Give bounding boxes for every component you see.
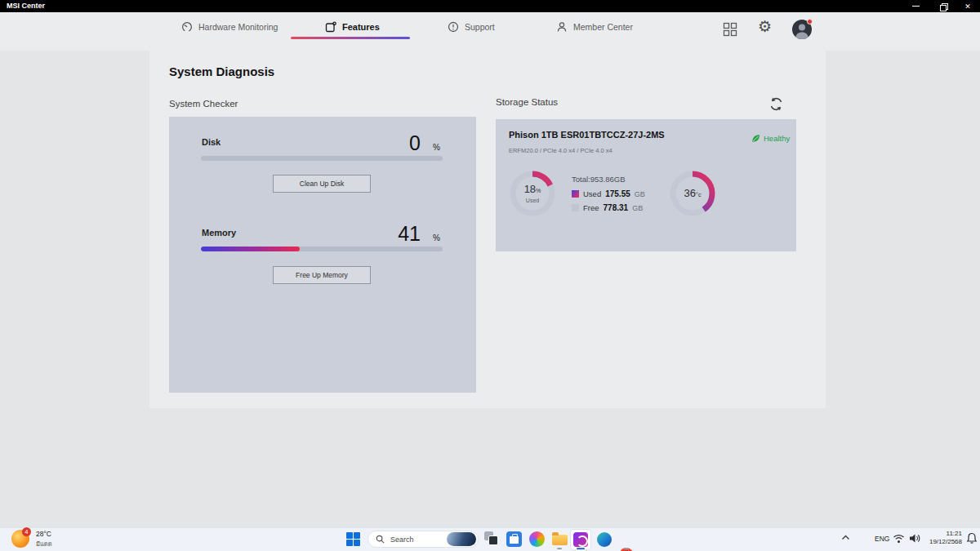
health-status-text: Healthy bbox=[764, 134, 790, 143]
legend-used-row: Used 175.55 GB bbox=[572, 189, 645, 198]
tray-clock[interactable]: 11:21 19/12/2568 bbox=[923, 530, 962, 546]
used-label: Used bbox=[583, 189, 601, 198]
disk-usage-bar bbox=[201, 156, 443, 161]
used-legend-swatch bbox=[572, 190, 579, 198]
start-button[interactable] bbox=[346, 532, 360, 546]
memory-value: 41 bbox=[343, 222, 421, 246]
usage-caption: Used bbox=[526, 198, 539, 203]
total-capacity: Total:953.86GB bbox=[572, 175, 626, 184]
explorer-running-indicator bbox=[557, 548, 562, 549]
active-tab-underline bbox=[291, 37, 410, 39]
apps-grid-icon[interactable] bbox=[723, 22, 737, 37]
language-indicator[interactable]: ENG bbox=[875, 535, 889, 543]
edge-button[interactable] bbox=[597, 532, 612, 547]
disk-label: Disk bbox=[202, 137, 220, 147]
task-view-button[interactable] bbox=[484, 531, 500, 547]
title-bar bbox=[0, 0, 980, 12]
person-icon bbox=[556, 21, 568, 33]
tray-time: 11:21 bbox=[923, 530, 962, 538]
windows-logo-icon bbox=[346, 532, 353, 539]
chrome-running-indicator bbox=[624, 548, 629, 549]
copilot-button[interactable] bbox=[529, 531, 545, 547]
temperature-value: 36 bbox=[684, 187, 696, 199]
usage-percent-value: 18 bbox=[524, 183, 536, 195]
notification-bell-icon[interactable] bbox=[966, 532, 978, 544]
restore-icon bbox=[940, 3, 947, 10]
tray-expand-chevron[interactable] bbox=[841, 535, 850, 540]
msi-center-screen: MSI Center ✕ Hardware Monitoring Feature… bbox=[0, 0, 980, 551]
page-title: System Diagnosis bbox=[169, 64, 274, 78]
drive-name: Phison 1TB ESR01TBTCCZ-27J-2MS bbox=[509, 130, 665, 140]
free-up-memory-button[interactable]: Free Up Memory bbox=[273, 266, 371, 284]
disk-value: 0 bbox=[343, 131, 421, 155]
taskbar-search-box[interactable]: Search bbox=[368, 531, 479, 548]
disk-unit: % bbox=[433, 143, 440, 152]
usage-percent-unit: % bbox=[536, 188, 541, 193]
refresh-icon[interactable] bbox=[768, 96, 784, 112]
health-status-badge: Healthy bbox=[751, 134, 790, 143]
gauge-icon bbox=[181, 21, 193, 33]
support-icon bbox=[448, 21, 459, 33]
system-checker-label: System Checker bbox=[169, 99, 238, 109]
tab-features[interactable]: Features bbox=[325, 20, 380, 33]
leaf-icon bbox=[751, 134, 760, 143]
file-explorer-button[interactable] bbox=[552, 535, 568, 545]
used-value: 175.55 bbox=[605, 189, 630, 198]
tab-hardware-monitoring[interactable]: Hardware Monitoring bbox=[181, 20, 278, 33]
tab-label: Hardware Monitoring bbox=[198, 22, 278, 32]
memory-unit: % bbox=[433, 233, 440, 242]
weather-temperature[interactable]: 28°C bbox=[36, 530, 51, 538]
tab-member-center[interactable]: Member Center bbox=[556, 20, 633, 33]
temperature-unit: °c bbox=[696, 192, 701, 198]
notification-dot bbox=[807, 19, 813, 24]
storage-status-label: Storage Status bbox=[496, 97, 558, 107]
memory-label: Memory bbox=[202, 228, 236, 238]
speaker-icon[interactable] bbox=[909, 533, 920, 544]
minimize-icon bbox=[912, 6, 920, 7]
search-highlight-thumbnail[interactable] bbox=[447, 532, 476, 546]
search-icon bbox=[376, 535, 385, 544]
microsoft-store-button[interactable] bbox=[506, 531, 522, 547]
msi-center-icon bbox=[573, 532, 588, 547]
memory-usage-bar bbox=[201, 247, 443, 251]
tab-label: Member Center bbox=[573, 22, 633, 32]
restore-button[interactable] bbox=[933, 0, 954, 12]
free-label: Free bbox=[583, 203, 599, 212]
window-title: MSI Center bbox=[7, 0, 45, 12]
close-icon: ✕ bbox=[964, 2, 971, 11]
minimize-button[interactable] bbox=[905, 0, 926, 12]
used-unit: GB bbox=[635, 190, 645, 198]
features-icon bbox=[325, 21, 336, 33]
weather-condition: มีแดด bbox=[36, 539, 52, 549]
memory-usage-fill bbox=[201, 247, 300, 251]
tray-date: 19/12/2568 bbox=[923, 538, 962, 546]
wifi-icon[interactable] bbox=[893, 534, 905, 544]
legend-free-row: Free 778.31 GB bbox=[572, 203, 643, 212]
free-value: 778.31 bbox=[604, 203, 629, 212]
free-unit: GB bbox=[632, 204, 643, 212]
weather-alert-badge: 4 bbox=[22, 527, 31, 536]
settings-gear-icon[interactable]: ⚙ bbox=[758, 19, 772, 34]
tab-support[interactable]: Support bbox=[448, 20, 495, 33]
close-button[interactable]: ✕ bbox=[957, 0, 978, 12]
tab-label: Features bbox=[342, 22, 380, 32]
tab-label: Support bbox=[465, 22, 495, 32]
clean-up-disk-button[interactable]: Clean Up Disk bbox=[273, 175, 371, 193]
temperature-donut-label: 36°c bbox=[668, 169, 717, 218]
drive-interface: ERFM20.0 / PCIe 4.0 x4 / PCIe 4.0 x4 bbox=[509, 147, 612, 154]
msi-running-indicator bbox=[577, 548, 585, 549]
free-legend-swatch bbox=[572, 204, 579, 211]
usage-donut-label: 18% Used bbox=[508, 169, 557, 218]
search-placeholder: Search bbox=[390, 535, 447, 544]
